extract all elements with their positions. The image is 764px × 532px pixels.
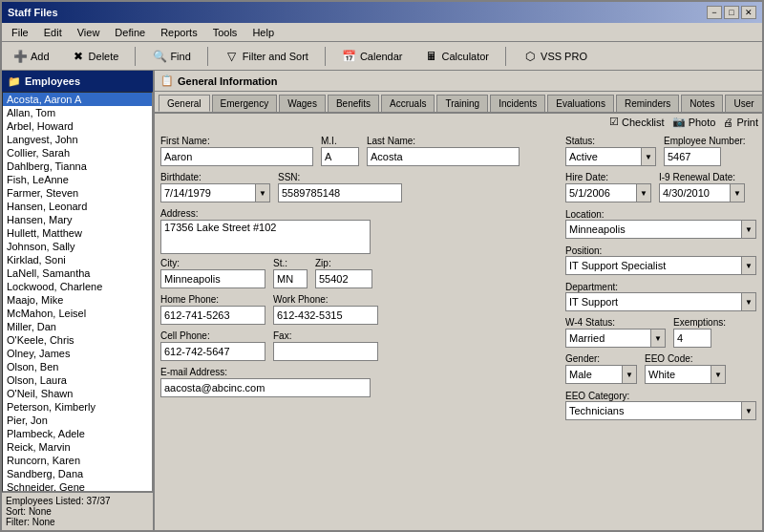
hire-date-dropdown-arrow[interactable]: ▼ (636, 183, 651, 202)
employee-list-item[interactable]: LaNell, Samantha (3, 266, 152, 280)
tab-wages[interactable]: Wages (279, 95, 326, 112)
employee-list-item[interactable]: Peterson, Kimberly (3, 400, 152, 414)
photo-link[interactable]: 📷 Photo (672, 116, 716, 128)
cell-phone-input[interactable] (160, 342, 265, 361)
gender-dropdown-arrow[interactable]: ▼ (622, 365, 637, 384)
state-input[interactable] (273, 269, 308, 288)
city-input[interactable] (160, 269, 265, 288)
location-dropdown-arrow[interactable]: ▼ (741, 220, 756, 239)
calendar-button[interactable]: 📅 Calendar (335, 46, 410, 67)
menu-reports[interactable]: Reports (155, 26, 203, 39)
employee-list-item[interactable]: Schneider, Gene (3, 480, 152, 492)
employee-list-item[interactable]: Miller, Dan (3, 320, 152, 333)
employee-list-item[interactable]: Farmer, Steven (3, 186, 152, 200)
hire-date-input[interactable] (565, 183, 637, 202)
employee-list-item[interactable]: Sandberg, Dana (3, 467, 152, 480)
emp-number-input[interactable] (664, 147, 721, 166)
menu-edit[interactable]: Edit (38, 26, 68, 39)
tab-general[interactable]: General (159, 95, 210, 112)
employee-list-item[interactable]: Johnson, Sally (3, 240, 152, 253)
tab-emergency[interactable]: Emergency (212, 95, 278, 112)
eeo-code-dropdown-arrow[interactable]: ▼ (711, 365, 726, 384)
maximize-button[interactable]: □ (724, 6, 739, 19)
delete-button[interactable]: ✖ Delete (64, 46, 126, 67)
eeo-category-input[interactable] (565, 401, 742, 420)
find-button[interactable]: 🔍 Find (145, 46, 197, 67)
tab-reminders[interactable]: Reminders (616, 95, 679, 112)
position-dropdown-arrow[interactable]: ▼ (741, 256, 756, 275)
last-name-group: Last Name: (367, 136, 520, 166)
close-button[interactable]: ✕ (741, 6, 756, 19)
eeo-category-dropdown-arrow[interactable]: ▼ (741, 401, 756, 420)
employee-list-item[interactable]: Kirklad, Soni (3, 253, 152, 266)
employee-list-item[interactable]: Hansen, Mary (3, 213, 152, 226)
employee-list-item[interactable]: Allan, Tom (3, 106, 152, 119)
employee-list-item[interactable]: Olney, James (3, 347, 152, 360)
w4-dropdown-arrow[interactable]: ▼ (650, 329, 666, 348)
fax-input[interactable] (273, 342, 378, 361)
vss-pro-button[interactable]: ⬡ VSS PRO (516, 46, 594, 67)
gender-input[interactable] (565, 365, 623, 384)
ssn-input[interactable] (278, 183, 402, 202)
tab-evaluations[interactable]: Evaluations (547, 95, 614, 112)
employee-list-item[interactable]: Arbel, Howard (3, 119, 152, 133)
employee-list-item[interactable]: Collier, Sarah (3, 146, 152, 160)
employee-list-item[interactable]: McMahon, Leisel (3, 307, 152, 320)
employee-list-item[interactable]: O'Keele, Chris (3, 333, 152, 347)
zip-input[interactable] (315, 269, 372, 288)
last-name-input[interactable] (367, 147, 520, 166)
position-input[interactable] (565, 256, 742, 275)
tab-training[interactable]: Training (436, 95, 488, 112)
menu-tools[interactable]: Tools (207, 26, 244, 39)
address-input[interactable] (160, 220, 371, 254)
w4-input[interactable] (565, 329, 651, 348)
calculator-button[interactable]: 🖩 Calculator (417, 46, 497, 67)
tab-benefits[interactable]: Benefits (328, 95, 379, 112)
add-button[interactable]: ➕ Add (6, 46, 56, 67)
employee-list-item[interactable]: Maajo, Mike (3, 293, 152, 307)
employee-list-item[interactable]: O'Neil, Shawn (3, 387, 152, 400)
department-input[interactable] (565, 292, 742, 311)
tab-notes[interactable]: Notes (681, 95, 723, 112)
employee-list-item[interactable]: Hullett, Matthew (3, 226, 152, 240)
birthdate-input[interactable] (160, 183, 256, 202)
i9-dropdown-arrow[interactable]: ▼ (730, 183, 745, 202)
location-input[interactable] (565, 220, 742, 239)
employee-list-item[interactable]: Dahlberg, Tianna (3, 160, 152, 173)
employee-list-item[interactable]: Acosta, Aaron A (3, 93, 152, 106)
status-input[interactable] (565, 147, 642, 166)
tab-incidents[interactable]: Incidents (490, 95, 545, 112)
work-phone-input[interactable] (273, 306, 378, 325)
employee-list-item[interactable]: Olson, Laura (3, 373, 152, 387)
status-dropdown-arrow[interactable]: ▼ (641, 147, 656, 166)
employee-list-item[interactable]: Fish, LeAnne (3, 173, 152, 186)
menu-help[interactable]: Help (246, 26, 280, 39)
employee-list[interactable]: Acosta, Aaron AAllan, TomArbel, HowardLa… (2, 92, 153, 492)
home-phone-input[interactable] (160, 306, 265, 325)
employee-list-item[interactable]: Pier, Jon (3, 414, 152, 427)
mi-input[interactable] (321, 147, 359, 166)
employee-list-item[interactable]: Olson, Ben (3, 360, 152, 373)
employee-list-item[interactable]: Hansen, Leonard (3, 200, 152, 213)
exemptions-input[interactable] (673, 329, 711, 348)
employee-list-item[interactable]: Reick, Marvin (3, 440, 152, 454)
menu-view[interactable]: View (72, 26, 106, 39)
tab-accruals[interactable]: Accruals (381, 95, 435, 112)
print-link[interactable]: 🖨 Print (723, 117, 758, 128)
eeo-code-input[interactable] (645, 365, 711, 384)
employee-list-item[interactable]: Plambeck, Adele (3, 427, 152, 440)
menu-define[interactable]: Define (109, 26, 151, 39)
department-dropdown-arrow[interactable]: ▼ (741, 292, 756, 311)
first-name-input[interactable] (160, 147, 313, 166)
minimize-button[interactable]: − (707, 6, 722, 19)
birthdate-dropdown-arrow[interactable]: ▼ (255, 183, 270, 202)
email-input[interactable] (160, 378, 371, 397)
employee-list-item[interactable]: Langvest, John (3, 133, 152, 146)
tab-user[interactable]: User (725, 95, 762, 112)
employee-list-item[interactable]: Lockwood, Charlene (3, 280, 152, 293)
employee-list-item[interactable]: Runcorn, Karen (3, 454, 152, 467)
checklist-link[interactable]: ☑ Checklist (609, 116, 665, 128)
menu-file[interactable]: File (6, 26, 34, 39)
filter-sort-button[interactable]: ▽ Filter and Sort (218, 46, 315, 67)
i9-renewal-input[interactable] (659, 183, 731, 202)
